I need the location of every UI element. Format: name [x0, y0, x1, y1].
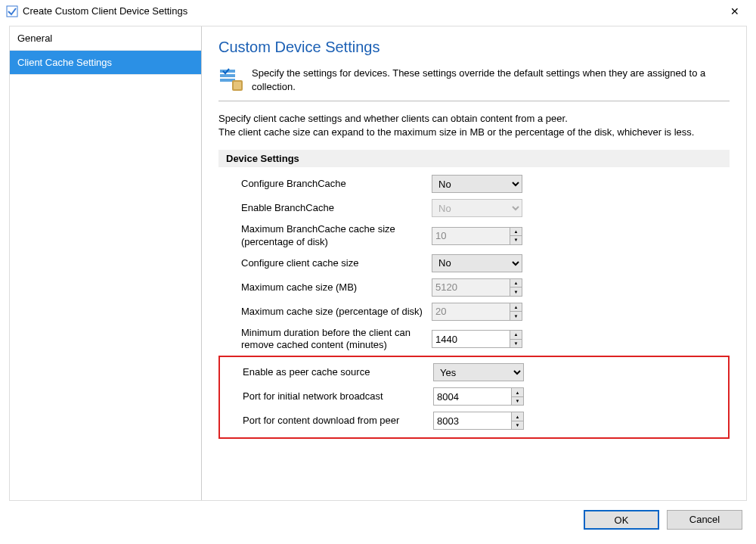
- max-cache-mb-input: [432, 279, 510, 296]
- spin-up-icon[interactable]: ▲: [512, 388, 523, 397]
- port-broadcast-spinner[interactable]: ▲▼: [433, 387, 524, 406]
- max-branchcache-pct-spinner: ▲▼: [432, 227, 522, 245]
- content-pane: Custom Device Settings Specify the setti…: [202, 26, 746, 500]
- port-download-spinner[interactable]: ▲▼: [433, 412, 524, 430]
- setting-enable-peer-cache: Enable as peer cache source Yes: [220, 360, 728, 384]
- setting-label: Maximum BranchCache cache size (percenta…: [218, 223, 432, 248]
- setting-label: Maximum cache size (percentage of disk): [218, 306, 432, 318]
- port-broadcast-input[interactable]: [434, 388, 511, 405]
- dialog-footer: OK Cancel: [0, 501, 756, 530]
- setting-label: Maximum cache size (MB): [218, 281, 432, 294]
- setting-label: Enable as peer cache source: [220, 366, 433, 378]
- port-download-input[interactable]: [434, 412, 511, 429]
- spin-up-icon[interactable]: ▲: [510, 331, 522, 340]
- configure-client-cache-size-select[interactable]: No: [432, 254, 522, 272]
- titlebar: Create Custom Client Device Settings ✕: [0, 0, 756, 23]
- sidebar: General Client Cache Settings: [10, 26, 202, 500]
- max-branchcache-pct-input: [432, 228, 510, 244]
- setting-label: Minimum duration before the client can r…: [218, 327, 432, 352]
- setting-label: Enable BranchCache: [218, 202, 432, 214]
- svg-rect-5: [234, 82, 241, 89]
- page-title: Custom Device Settings: [218, 39, 730, 56]
- setting-max-branchcache-pct: Maximum BranchCache cache size (percenta…: [218, 220, 730, 251]
- setting-configure-branchcache: Configure BranchCache No: [218, 172, 730, 196]
- sidebar-item-client-cache-settings[interactable]: Client Cache Settings: [10, 51, 201, 75]
- setting-label: Port for initial network broadcast: [220, 390, 433, 403]
- spin-down-icon[interactable]: ▼: [512, 421, 523, 430]
- spin-down-icon: ▼: [510, 236, 522, 244]
- max-cache-mb-spinner: ▲▼: [432, 278, 522, 297]
- sidebar-item-label: General: [17, 33, 52, 44]
- close-button[interactable]: ✕: [720, 5, 750, 17]
- spin-up-icon: ▲: [510, 303, 522, 312]
- setting-port-broadcast: Port for initial network broadcast ▲▼: [220, 384, 728, 409]
- sidebar-item-label: Client Cache Settings: [17, 57, 112, 68]
- spin-down-icon: ▼: [510, 288, 522, 296]
- enable-peer-cache-select[interactable]: Yes: [433, 363, 524, 381]
- enable-branchcache-select: No: [432, 199, 522, 217]
- setting-configure-client-cache-size: Configure client cache size No: [218, 251, 730, 275]
- settings-table: Configure BranchCache No Enable BranchCa…: [218, 172, 730, 439]
- configure-branchcache-select[interactable]: No: [432, 175, 522, 193]
- settings-icon: [218, 67, 244, 92]
- setting-label: Configure BranchCache: [218, 178, 432, 190]
- setting-max-cache-pct: Maximum cache size (percentage of disk) …: [218, 300, 730, 324]
- setting-enable-branchcache: Enable BranchCache No: [218, 196, 730, 220]
- spin-down-icon: ▼: [510, 312, 522, 320]
- setting-min-duration: Minimum duration before the client can r…: [218, 324, 730, 355]
- setting-max-cache-mb: Maximum cache size (MB) ▲▼: [218, 275, 730, 300]
- spin-up-icon: ▲: [510, 228, 522, 237]
- setting-label: Configure client cache size: [218, 257, 432, 269]
- max-cache-pct-input: [432, 303, 510, 320]
- spin-down-icon[interactable]: ▼: [512, 397, 523, 406]
- divider: [218, 101, 730, 101]
- setting-label: Port for content download from peer: [220, 415, 433, 427]
- setting-port-download: Port for content download from peer ▲▼: [220, 409, 728, 433]
- header-description: Specify the settings for devices. These …: [252, 67, 730, 93]
- cancel-button[interactable]: Cancel: [667, 510, 742, 530]
- spin-down-icon[interactable]: ▼: [510, 340, 522, 348]
- max-cache-pct-spinner: ▲▼: [432, 303, 522, 321]
- ok-button[interactable]: OK: [584, 510, 659, 530]
- window-title: Create Custom Client Device Settings: [23, 5, 720, 17]
- sidebar-item-general[interactable]: General: [10, 26, 201, 51]
- spin-up-icon: ▲: [510, 279, 522, 288]
- min-duration-input[interactable]: [432, 331, 510, 347]
- app-icon: [6, 5, 18, 17]
- svg-rect-2: [220, 74, 235, 77]
- min-duration-spinner[interactable]: ▲▼: [432, 330, 522, 348]
- section-header-device-settings: Device Settings: [218, 150, 730, 167]
- dialog-body: General Client Cache Settings Custom Dev…: [9, 26, 747, 501]
- highlighted-settings: Enable as peer cache source Yes Port for…: [218, 356, 730, 439]
- page-description: Specify client cache settings and whethe…: [218, 112, 730, 139]
- spin-up-icon[interactable]: ▲: [512, 412, 523, 421]
